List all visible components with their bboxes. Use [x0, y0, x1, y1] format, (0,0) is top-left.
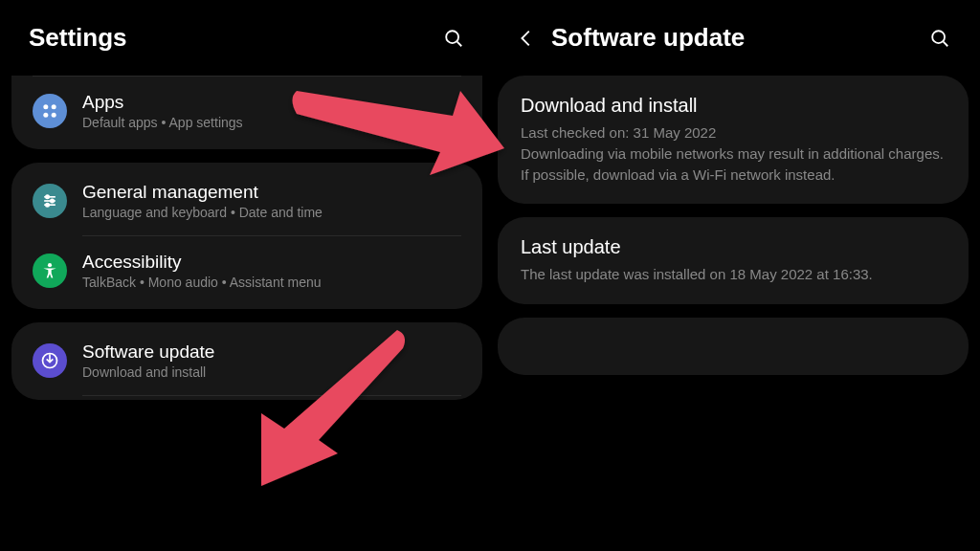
svg-point-14: [932, 31, 945, 43]
software-title: Software update: [82, 342, 461, 363]
software-update-header: Software update: [498, 15, 969, 76]
svg-point-4: [43, 113, 48, 118]
apps-card: Apps Default apps • App settings: [11, 76, 482, 149]
last-update-title: Last update: [521, 236, 946, 258]
svg-line-15: [944, 41, 948, 46]
accessibility-title: Accessibility: [82, 252, 461, 273]
apps-icon: [33, 94, 67, 128]
settings-sliders-icon: [33, 184, 67, 218]
software-update-page-title: Software update: [551, 23, 745, 53]
svg-point-9: [51, 199, 54, 202]
settings-title: Settings: [29, 23, 127, 53]
svg-line-1: [457, 41, 462, 46]
search-icon[interactable]: [442, 27, 465, 50]
svg-point-2: [43, 104, 48, 109]
last-update-item[interactable]: Last update The last update was installe…: [498, 217, 969, 304]
svg-point-12: [48, 263, 52, 267]
accessibility-icon: [33, 253, 67, 288]
last-update-body: The last update was installed on 18 May …: [521, 264, 946, 285]
svg-point-11: [46, 204, 49, 207]
apps-title: Apps: [82, 92, 461, 113]
search-icon[interactable]: [928, 27, 951, 50]
settings-item-software-update[interactable]: Software update Download and install: [11, 326, 482, 395]
settings-panel: Settings Apps Default apps • App setting…: [0, 0, 490, 551]
accessibility-subtitle: TalkBack • Mono audio • Assistant menu: [82, 275, 461, 290]
software-update-panel: Software update Download and install Las…: [490, 0, 980, 551]
svg-point-0: [446, 31, 458, 43]
extra-card: [498, 318, 969, 375]
svg-point-5: [52, 113, 56, 118]
back-icon[interactable]: [515, 27, 538, 50]
apps-subtitle: Default apps • App settings: [82, 115, 461, 130]
software-subtitle: Download and install: [82, 364, 461, 380]
general-subtitle: Language and keyboard • Date and time: [82, 205, 461, 220]
general-title: General management: [82, 182, 461, 203]
software-card: Software update Download and install: [11, 322, 482, 400]
settings-item-general-management[interactable]: General management Language and keyboard…: [11, 166, 482, 235]
download-and-install-item[interactable]: Download and install Last checked on: 31…: [498, 76, 969, 204]
svg-point-7: [46, 195, 49, 198]
download-body: Last checked on: 31 May 2022 Downloading…: [521, 122, 946, 185]
settings-item-accessibility[interactable]: Accessibility TalkBack • Mono audio • As…: [11, 236, 482, 305]
download-title: Download and install: [521, 95, 946, 117]
svg-point-3: [52, 104, 56, 109]
settings-header: Settings: [11, 15, 482, 76]
settings-item-apps[interactable]: Apps Default apps • App settings: [11, 77, 482, 145]
general-card: General management Language and keyboard…: [11, 163, 482, 309]
software-update-icon: [33, 343, 67, 378]
